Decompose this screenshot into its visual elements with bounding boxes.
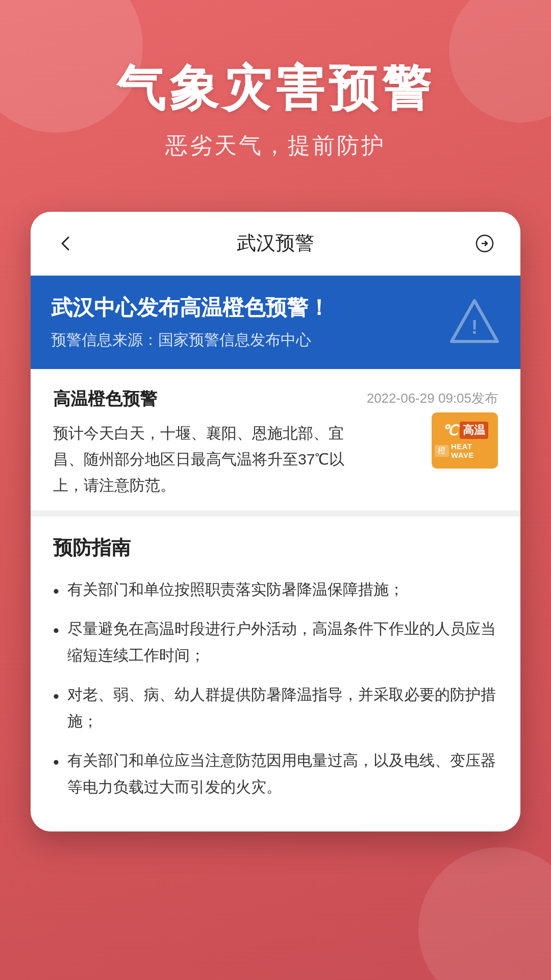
main-title: 气象灾害预警	[41, 61, 510, 115]
badge-heatwave-label: HEAT WAVE	[451, 442, 495, 459]
heatwave-badge: ℃ 高温 橙 HEAT WAVE	[432, 412, 498, 469]
topbar-title: 武汉预警	[237, 230, 314, 256]
card-container: 武汉预警 武汉中心发布高温橙色预警！ 预警信息来源：国家预警信息发布中心 ! 高…	[31, 212, 520, 831]
svg-text:!: !	[471, 316, 478, 338]
alert-timestamp: 2022-06-29 09:05发布	[367, 389, 498, 407]
guide-section: 预防指南 有关部门和单位按照职责落实防暑降温保障措施； 尽量避免在高温时段进行户…	[53, 517, 498, 801]
guide-list: 有关部门和单位按照职责落实防暑降温保障措施； 尽量避免在高温时段进行户外活动，高…	[53, 576, 498, 801]
back-button[interactable]	[51, 228, 82, 259]
share-button[interactable]	[469, 228, 500, 259]
alert-info-row: 高温橙色预警 预计今天白天，十堰、襄阳、恩施北部、宜昌、随州部分地区日最高气温将…	[53, 387, 498, 498]
badge-celsius: ℃	[442, 422, 458, 439]
guide-title: 预防指南	[53, 535, 498, 561]
list-item: 有关部门和单位按照职责落实防暑降温保障措施；	[53, 576, 498, 603]
badge-top-row: ℃ 高温	[442, 422, 488, 439]
section-divider	[31, 510, 520, 517]
alert-banner-text: 武汉中心发布高温橙色预警！ 预警信息来源：国家预警信息发布中心	[51, 294, 439, 351]
content-area: 高温橙色预警 预计今天白天，十堰、襄阳、恩施北部、宜昌、随州部分地区日最高气温将…	[31, 369, 520, 831]
badge-level-label: 橙	[435, 445, 449, 457]
sub-title: 恶劣天气，提前防护	[41, 131, 510, 161]
alert-banner-source: 预警信息来源：国家预警信息发布中心	[51, 330, 439, 351]
alert-description: 预计今天白天，十堰、襄阳、恩施北部、宜昌、随州部分地区日最高气温将升至37℃以上…	[53, 420, 357, 498]
list-item: 对老、弱、病、幼人群提供防暑降温指导，并采取必要的防护措施；	[53, 681, 498, 735]
badge-high-temp-label: 高温	[460, 422, 488, 439]
list-item: 尽量避免在高温时段进行户外活动，高温条件下作业的人员应当缩短连续工作时间；	[53, 616, 498, 669]
deco-circle-bottom-right	[418, 847, 551, 980]
header-section: 气象灾害预警 恶劣天气，提前防护	[0, 0, 551, 191]
card-topbar: 武汉预警	[31, 212, 520, 276]
alert-banner-title: 武汉中心发布高温橙色预警！	[51, 294, 439, 322]
alert-type: 高温橙色预警	[53, 387, 357, 411]
warning-icon: !	[449, 298, 500, 346]
alert-banner: 武汉中心发布高温橙色预警！ 预警信息来源：国家预警信息发布中心 !	[31, 276, 520, 370]
list-item: 有关部门和单位应当注意防范因用电量过高，以及电线、变压器等电力负载过大而引发的火…	[53, 747, 498, 801]
alert-info-left: 高温橙色预警 预计今天白天，十堰、襄阳、恩施北部、宜昌、随州部分地区日最高气温将…	[53, 387, 357, 498]
